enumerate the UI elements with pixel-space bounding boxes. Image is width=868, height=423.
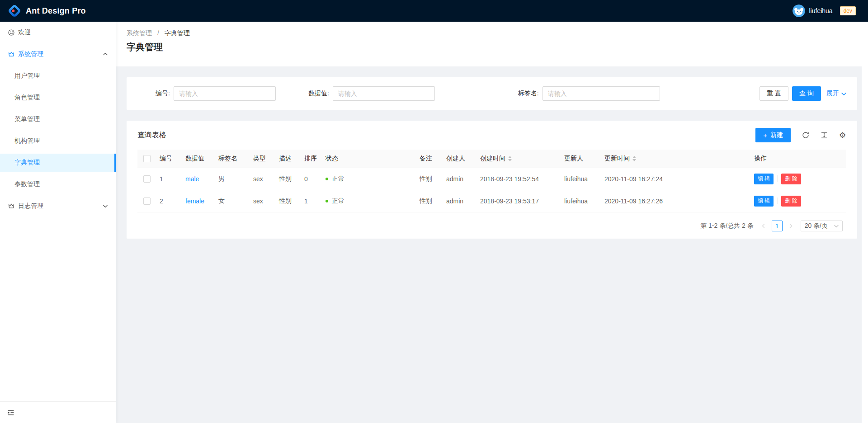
user-avatar[interactable] [793,5,805,17]
cell-value-link[interactable]: female [185,197,204,205]
tag-input[interactable] [542,86,660,101]
action-divider [777,175,778,182]
breadcrumb: 系统管理 / 字典管理 [127,28,857,38]
chevron-down-icon [834,224,839,228]
sidebar-item-menus[interactable]: 菜单管理 [0,110,116,128]
col-header-updated[interactable]: 更新时间 [601,150,750,168]
cell-created: 2018-09-23 19:53:17 [476,190,561,212]
toolbar-actions: + 新建 [755,128,846,142]
status-dot-icon [326,178,328,180]
cell-creator: admin [443,190,476,212]
cell-updater: liufeihua [561,190,601,212]
page-title: 字典管理 [127,41,857,53]
page-header: 系统管理 / 字典管理 字典管理 [116,22,868,66]
cell-creator: admin [443,168,476,190]
sidebar-item-label: 系统管理 [18,50,43,58]
cell-remark: 性别 [416,168,443,190]
delete-button[interactable]: 删 除 [781,196,801,207]
cell-type: sex [250,168,275,190]
select-all-checkbox[interactable] [143,155,151,162]
top-header: Ant Design Pro liufeihua dev [0,0,868,22]
edit-button[interactable]: 编 辑 [754,196,774,207]
content: 编号: 数据值: 标签名: 重 置 查 询 展开 [116,66,868,239]
row-checkbox[interactable] [143,197,151,205]
value-field-label: 数据值: [308,89,329,98]
new-button[interactable]: + 新建 [755,128,791,142]
id-input[interactable] [174,86,276,101]
pagination: 第 1-2 条/总共 2 条 1 20 条/页 [137,221,843,231]
sidebar-item-label: 日志管理 [18,202,43,210]
settings-gear-icon[interactable]: ⚙ [839,132,846,139]
cell-updated: 2020-11-09 16:27:26 [601,190,750,212]
col-header-created[interactable]: 创建时间 [476,150,561,168]
ant-design-logo-icon [8,5,21,17]
env-tag: dev [840,6,856,15]
cell-value-link[interactable]: male [185,175,199,183]
sidebar-collapse-trigger[interactable] [0,401,116,423]
sidebar-item-orgs[interactable]: 机构管理 [0,132,116,150]
sidebar-item-label: 字典管理 [14,159,40,167]
reset-button[interactable]: 重 置 [760,86,788,101]
chevron-up-icon [103,52,108,56]
cell-tag: 女 [215,190,250,212]
edit-button[interactable]: 编 辑 [754,174,774,184]
brand[interactable]: Ant Design Pro [0,5,86,17]
chevron-left-icon [761,224,766,228]
query-button[interactable]: 查 询 [792,86,821,101]
table-header-row: 编号 数据值 标签名 类型 描述 排序 状态 备注 创建人 创建时间 [137,150,846,168]
table-row: 1 male 男 sex 性别 0 正常 性别 admin 2018-09-23… [137,168,846,190]
expand-label: 展开 [826,89,839,98]
sidebar-item-label: 用户管理 [14,72,40,80]
smile-icon [8,29,14,36]
breadcrumb-item-system[interactable]: 系统管理 [127,29,152,37]
cell-sort: 1 [301,190,322,212]
sidebar-item-params[interactable]: 参数管理 [0,175,116,193]
sidebar-item-system[interactable]: 系统管理 [0,45,116,63]
sorter-icon[interactable] [632,156,636,161]
cell-created: 2018-09-23 19:52:54 [476,168,561,190]
expand-link[interactable]: 展开 [826,89,846,98]
cell-updated: 2020-11-09 16:27:24 [601,168,750,190]
col-header-id: 编号 [156,150,182,168]
brand-title[interactable]: Ant Design Pro [26,6,86,16]
search-actions: 重 置 查 询 展开 [760,86,846,101]
page-number-1[interactable]: 1 [772,221,783,231]
action-divider [777,197,778,204]
cell-desc: 性别 [275,168,301,190]
reload-icon[interactable] [802,132,809,139]
value-input[interactable] [333,86,435,101]
form-group-value: 数据值: [308,86,435,101]
chevron-down-icon [841,91,846,96]
next-page-button[interactable] [785,221,796,231]
sidebar-item-logs[interactable]: 日志管理 [0,197,116,215]
sidebar-item-users[interactable]: 用户管理 [0,67,116,85]
row-checkbox[interactable] [143,175,151,183]
column-height-icon[interactable] [820,132,828,139]
col-header-status: 状态 [322,150,416,168]
sidebar-item-label: 菜单管理 [14,115,40,123]
scrollbar-gutter[interactable] [862,22,868,423]
status-dot-icon [326,200,328,202]
cell-type: sex [250,190,275,212]
sidebar-item-dicts[interactable]: 字典管理 [0,154,116,172]
header-user-area[interactable]: liufeihua dev [793,5,868,17]
table-toolbar: 查询表格 + 新建 [127,121,857,150]
page-size-select[interactable]: 20 条/页 [801,221,843,231]
breadcrumb-item-current: 字典管理 [165,29,190,37]
sidebar-item-roles[interactable]: 角色管理 [0,89,116,107]
sidebar-menu: 欢迎 系统管理 用户管理 角色管理 菜单管理 机构管理 [0,22,116,215]
tag-field-label: 标签名: [518,89,539,98]
prev-page-button[interactable] [758,221,769,231]
cell-tag: 男 [215,168,250,190]
sorter-icon[interactable] [508,156,512,161]
delete-button[interactable]: 删 除 [781,174,801,184]
col-header-desc: 描述 [275,150,301,168]
chevron-right-icon [788,224,793,228]
table-row: 2 female 女 sex 性别 1 正常 性别 admin 2018-09-… [137,190,846,212]
col-header-remark: 备注 [416,150,443,168]
id-field-label: 编号: [156,89,170,98]
sidebar-item-label: 角色管理 [14,94,40,102]
cell-id: 2 [156,190,182,212]
col-header-tag: 标签名 [215,150,250,168]
sidebar-item-welcome[interactable]: 欢迎 [0,24,116,42]
